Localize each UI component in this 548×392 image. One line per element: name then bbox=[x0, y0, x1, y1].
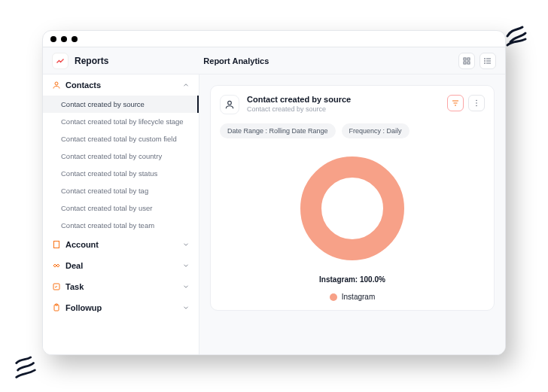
sidebar-items-contacts: Contact created by source Contact create… bbox=[43, 96, 199, 234]
reports-icon bbox=[52, 53, 68, 69]
sidebar-item-contact-by-status[interactable]: Contact created total by status bbox=[43, 165, 199, 182]
sidebar-section-contacts[interactable]: Contacts bbox=[43, 74, 199, 96]
grid-view-button[interactable] bbox=[458, 53, 475, 69]
chevron-up-icon bbox=[182, 81, 190, 89]
sidebar-item-contact-by-tag[interactable]: Contact created total by tag bbox=[43, 182, 199, 199]
sidebar-item-contact-by-user[interactable]: Contact created total by user bbox=[43, 199, 199, 217]
svg-rect-1 bbox=[467, 58, 470, 60]
sidebar-section-label: Contacts bbox=[65, 81, 178, 90]
svg-point-19 bbox=[228, 101, 232, 105]
chart-center-label: Instagram: 100.0% bbox=[319, 275, 385, 284]
sidebar-item-contact-by-team[interactable]: Contact created total by team bbox=[43, 217, 199, 234]
sidebar-section-task[interactable]: Task bbox=[43, 276, 199, 297]
brand-label: Reports bbox=[75, 56, 108, 66]
svg-point-9 bbox=[485, 62, 486, 63]
sidebar-section-label: Account bbox=[65, 240, 178, 249]
chevron-down-icon bbox=[182, 283, 190, 290]
legend-label: Instagram bbox=[342, 293, 375, 301]
chevron-down-icon bbox=[182, 262, 190, 269]
sidebar-section-label: Followup bbox=[65, 303, 178, 312]
chip-date-range[interactable]: Date Range : Rolling Date Range bbox=[220, 123, 336, 138]
svg-point-7 bbox=[485, 58, 486, 59]
svg-point-10 bbox=[55, 82, 58, 85]
handshake-icon bbox=[52, 261, 61, 270]
donut-chart bbox=[296, 152, 409, 265]
decorative-scribble bbox=[503, 23, 530, 50]
clipboard-icon bbox=[52, 303, 61, 312]
svg-rect-0 bbox=[464, 58, 466, 60]
app-header: Reports Report Analytics bbox=[43, 47, 505, 74]
sidebar-section-label: Deal bbox=[65, 261, 178, 270]
filter-button[interactable] bbox=[447, 95, 464, 111]
card-subtitle: Contact created by source bbox=[247, 105, 440, 113]
svg-point-26 bbox=[311, 167, 394, 250]
window-titlebar bbox=[43, 31, 505, 47]
main-content: Contact created by source Contact create… bbox=[199, 74, 505, 354]
traffic-light-zoom[interactable] bbox=[72, 36, 78, 42]
chart-legend: Instagram bbox=[330, 293, 375, 301]
traffic-light-minimize[interactable] bbox=[61, 36, 67, 42]
sidebar-section-followup[interactable]: Followup bbox=[43, 297, 199, 318]
decorative-scribble bbox=[14, 356, 39, 381]
sidebar-item-contact-by-lifecycle[interactable]: Contact created total by lifecycle stage bbox=[43, 113, 199, 130]
app-window: Reports Report Analytics Contacts Contac… bbox=[42, 30, 506, 355]
user-icon bbox=[52, 81, 61, 90]
sidebar-section-deal[interactable]: Deal bbox=[43, 255, 199, 276]
checklist-icon bbox=[52, 282, 61, 291]
sidebar-item-contact-by-customfield[interactable]: Contact created total by custom field bbox=[43, 130, 199, 147]
chart-container: Instagram: 100.0% Instagram bbox=[220, 152, 485, 301]
legend-swatch bbox=[330, 293, 337, 301]
sidebar-section-account[interactable]: Account bbox=[43, 234, 199, 255]
page-title: Report Analytics bbox=[108, 56, 458, 65]
svg-point-8 bbox=[485, 60, 486, 61]
sidebar: Contacts Contact created by source Conta… bbox=[43, 74, 199, 354]
sidebar-item-contact-by-country[interactable]: Contact created total by country bbox=[43, 147, 199, 165]
svg-point-24 bbox=[476, 102, 477, 104]
svg-rect-11 bbox=[54, 242, 59, 248]
sidebar-item-contact-by-source[interactable]: Contact created by source bbox=[43, 96, 199, 113]
more-options-button[interactable] bbox=[468, 95, 485, 111]
card-title: Contact created by source bbox=[247, 95, 440, 104]
chevron-down-icon bbox=[182, 304, 190, 311]
chevron-down-icon bbox=[182, 241, 190, 248]
svg-point-23 bbox=[476, 100, 477, 102]
user-icon bbox=[220, 95, 239, 114]
building-icon bbox=[52, 240, 61, 249]
chip-frequency[interactable]: Frequency : Daily bbox=[342, 123, 409, 138]
list-view-button[interactable] bbox=[480, 53, 496, 69]
svg-rect-3 bbox=[467, 62, 470, 64]
svg-point-25 bbox=[476, 105, 477, 107]
traffic-light-close[interactable] bbox=[50, 36, 56, 42]
sidebar-section-label: Task bbox=[65, 282, 178, 291]
svg-rect-2 bbox=[464, 62, 466, 64]
report-card: Contact created by source Contact create… bbox=[210, 85, 495, 311]
